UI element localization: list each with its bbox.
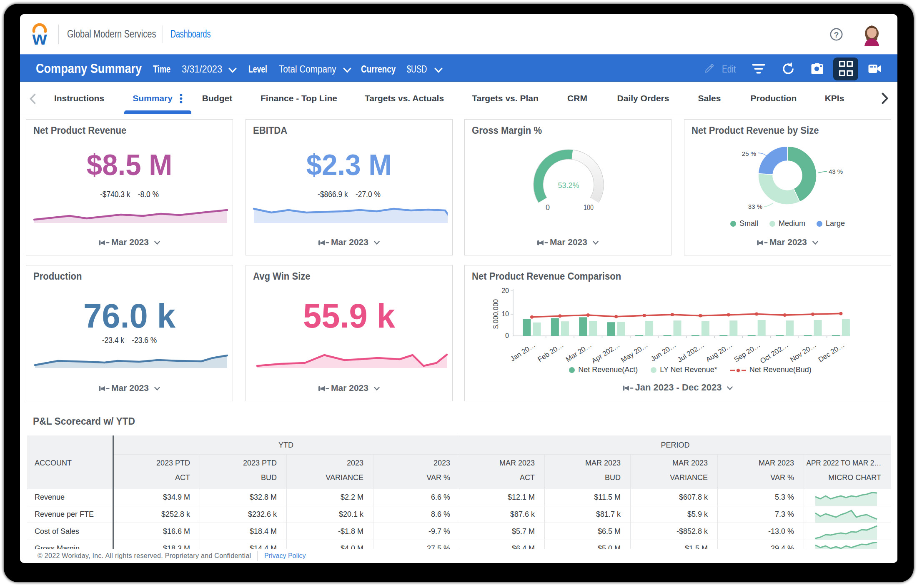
svg-text:Apr 202…: Apr 202…	[590, 341, 621, 365]
svg-text:?: ?	[834, 30, 839, 39]
svg-text:Jul 202…: Jul 202…	[676, 341, 706, 364]
svg-text:53.2%: 53.2%	[558, 181, 579, 190]
svg-text:0: 0	[505, 332, 509, 339]
svg-text:0: 0	[546, 203, 550, 212]
svg-text:25 %: 25 %	[742, 150, 756, 157]
svg-text:43 %: 43 %	[829, 168, 843, 175]
svg-text:10: 10	[501, 310, 509, 318]
svg-text:33 %: 33 %	[748, 203, 762, 210]
svg-text:Jan 20…: Jan 20…	[509, 341, 537, 363]
svg-text:May 20…: May 20…	[619, 341, 649, 364]
svg-text:Sep 20…: Sep 20…	[733, 341, 762, 364]
svg-text:Nov 20…: Nov 20…	[789, 341, 818, 364]
svg-text:Jun 20…: Jun 20…	[649, 341, 677, 363]
svg-text:Feb 20…: Feb 20…	[536, 341, 565, 363]
svg-text:Mar 20…: Mar 20…	[564, 341, 593, 363]
svg-text:$,000,000: $,000,000	[492, 299, 499, 329]
svg-text:20: 20	[501, 287, 509, 294]
svg-text:Aug 20…: Aug 20…	[704, 341, 734, 364]
svg-text:Dec 20…: Dec 20…	[817, 341, 846, 364]
svg-text:100: 100	[584, 203, 594, 211]
svg-text:w: w	[32, 28, 47, 45]
svg-text:Oct 202…: Oct 202…	[759, 341, 790, 365]
